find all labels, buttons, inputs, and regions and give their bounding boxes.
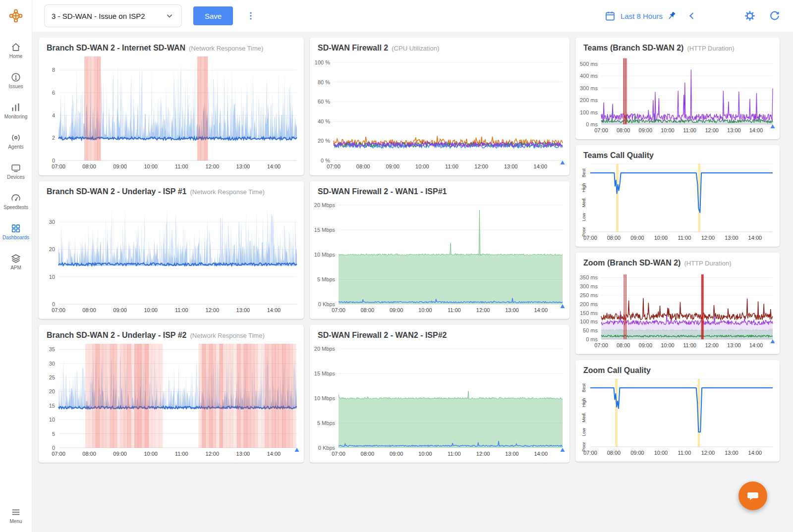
svg-text:13:00: 13:00 xyxy=(727,342,741,348)
svg-text:350 ms: 350 ms xyxy=(580,274,598,280)
chevron-left-icon xyxy=(686,10,698,22)
svg-text:14:00: 14:00 xyxy=(267,163,281,169)
chart-zoom-quality[interactable]: PoorLowMed.HighBest07:0008:0009:0010:001… xyxy=(575,375,780,459)
svg-text:09:00: 09:00 xyxy=(113,451,127,457)
sidebar-item-monitoring[interactable]: Monitoring xyxy=(0,102,32,119)
gear-icon xyxy=(743,9,756,22)
calendar-button[interactable] xyxy=(604,10,616,22)
chart-underlay-isp2[interactable]: 0510152025303507:0008:0009:0010:0011:001… xyxy=(39,340,304,460)
svg-text:14:00: 14:00 xyxy=(534,451,548,457)
sidebar-nav: Home Issues Monitoring Agents Devices Sp… xyxy=(0,42,32,270)
svg-text:13:00: 13:00 xyxy=(725,235,738,241)
dashboard-grid: Branch SD-WAN 2 - Internet SD-WAN(Networ… xyxy=(32,32,793,532)
card-subtitle: (Network Response Time) xyxy=(189,45,263,52)
sidebar-item-dashboards[interactable]: Dashboards xyxy=(0,223,32,240)
svg-text:12:00: 12:00 xyxy=(701,235,715,241)
svg-text:10:00: 10:00 xyxy=(144,307,158,313)
pin-icon xyxy=(666,10,677,21)
logo-icon xyxy=(8,8,23,23)
svg-text:07:00: 07:00 xyxy=(327,163,340,169)
chart-underlay-isp1[interactable]: 010203007:0008:0009:0010:0011:0012:0013:… xyxy=(39,196,304,316)
svg-text:13:00: 13:00 xyxy=(505,451,519,457)
card-title: SD-WAN Firewall 2 xyxy=(318,44,388,53)
svg-text:08:00: 08:00 xyxy=(82,307,96,313)
sidebar-item-menu[interactable]: Menu xyxy=(0,507,32,524)
svg-text:20 Mbps: 20 Mbps xyxy=(314,202,336,208)
svg-text:07:00: 07:00 xyxy=(583,450,597,456)
svg-text:14:00: 14:00 xyxy=(748,235,762,241)
svg-text:11:00: 11:00 xyxy=(683,127,696,133)
svg-text:Low: Low xyxy=(581,213,586,221)
chart-zoom-http[interactable]: 0 ms50 ms100 ms150 ms200 ms250 ms300 ms3… xyxy=(575,267,780,351)
chart-teams-http[interactable]: 0 ms100 ms200 ms300 ms400 ms500 ms07:000… xyxy=(575,53,780,136)
sidebar-item-agents[interactable]: Agents xyxy=(0,132,32,150)
card-title: Branch SD-WAN 2 - Internet SD-WAN xyxy=(47,44,185,53)
svg-text:150 ms: 150 ms xyxy=(580,310,598,316)
save-button[interactable]: Save xyxy=(193,6,233,25)
topbar: 3 - SD-WAN - Issue on ISP2 Save Last 8 H… xyxy=(32,0,793,32)
svg-text:14:00: 14:00 xyxy=(748,450,762,456)
chat-fab-button[interactable] xyxy=(738,481,767,510)
sidebar-item-devices[interactable]: Devices xyxy=(0,162,32,180)
card-subtitle: (Network Response Time) xyxy=(190,332,264,339)
refresh-icon xyxy=(768,9,781,22)
svg-text:07:00: 07:00 xyxy=(52,163,65,169)
svg-text:Best: Best xyxy=(581,168,586,177)
sidebar-item-label: Agents xyxy=(8,145,23,150)
pin-button[interactable] xyxy=(666,10,677,21)
svg-text:300 ms: 300 ms xyxy=(580,85,598,91)
svg-text:13:00: 13:00 xyxy=(236,163,250,169)
svg-text:11:00: 11:00 xyxy=(175,451,188,457)
svg-text:250 ms: 250 ms xyxy=(580,292,598,298)
svg-text:12:00: 12:00 xyxy=(206,307,220,313)
svg-text:07:00: 07:00 xyxy=(583,235,597,241)
app-logo[interactable] xyxy=(0,0,32,32)
chart-teams-quality[interactable]: PoorLowMed.HighBest07:0008:0009:0010:001… xyxy=(575,160,780,244)
sidebar-item-apm[interactable]: APM xyxy=(0,253,32,270)
monitoring-icon xyxy=(10,102,21,113)
sidebar-item-label: Issues xyxy=(9,84,23,89)
settings-button[interactable] xyxy=(743,9,756,22)
sidebar-item-speedtests[interactable]: Speedtests xyxy=(0,193,32,210)
svg-text:15 Mbps: 15 Mbps xyxy=(314,371,336,376)
svg-text:5 Mbps: 5 Mbps xyxy=(317,276,336,282)
svg-text:15 Mbps: 15 Mbps xyxy=(314,227,336,233)
sidebar-item-label: Monitoring xyxy=(4,114,28,119)
svg-text:07:00: 07:00 xyxy=(52,307,65,313)
svg-text:10:00: 10:00 xyxy=(418,307,432,313)
svg-text:07:00: 07:00 xyxy=(594,127,608,133)
card-wan1-isp1: SD-WAN Firewall 2 - WAN1 - ISP#1 0 Kbps5… xyxy=(310,181,569,319)
dashboard-column-1: Branch SD-WAN 2 - Internet SD-WAN(Networ… xyxy=(39,38,304,532)
svg-text:30: 30 xyxy=(49,361,55,367)
svg-text:200 ms: 200 ms xyxy=(580,97,598,103)
svg-text:10:00: 10:00 xyxy=(415,163,429,169)
sidebar-item-label: Menu xyxy=(9,519,22,524)
refresh-button[interactable] xyxy=(768,9,781,22)
svg-text:30: 30 xyxy=(49,219,55,225)
chart-wan1[interactable]: 0 Kbps5 Mbps10 Mbps15 Mbps20 Mbps07:0008… xyxy=(310,196,569,316)
time-range-label[interactable]: Last 8 Hours xyxy=(621,12,663,20)
card-underlay-isp2: Branch SD-WAN 2 - Underlay - ISP #2(Netw… xyxy=(39,325,304,463)
svg-text:2: 2 xyxy=(52,135,55,141)
card-subtitle: (Network Response Time) xyxy=(190,188,264,196)
svg-text:09:00: 09:00 xyxy=(639,127,653,133)
svg-text:0 ms: 0 ms xyxy=(586,336,598,342)
chart-firewall-cpu[interactable]: 0 %20 %40 %60 %80 %100 %07:0008:0009:001… xyxy=(310,53,569,172)
svg-text:11:00: 11:00 xyxy=(175,307,188,313)
svg-text:09:00: 09:00 xyxy=(113,307,127,313)
svg-text:20: 20 xyxy=(49,246,55,252)
chart-wan2[interactable]: 0 Kbps5 Mbps10 Mbps15 Mbps20 Mbps07:0008… xyxy=(310,340,569,460)
dashboard-select[interactable]: 3 - SD-WAN - Issue on ISP2 xyxy=(44,4,182,27)
chart-internet-sdwan[interactable]: 0246807:0008:0009:0010:0011:0012:0013:00… xyxy=(39,53,304,172)
collapse-panel-button[interactable] xyxy=(686,10,698,22)
svg-text:12:00: 12:00 xyxy=(705,342,719,348)
svg-text:09:00: 09:00 xyxy=(630,235,644,241)
card-zoom-quality: Zoom Call Quality PoorLowMed.HighBest07:… xyxy=(575,360,780,462)
sidebar-item-issues[interactable]: Issues xyxy=(0,72,32,89)
card-title: Teams (Branch SD-WAN 2) xyxy=(583,44,683,53)
more-options-button[interactable] xyxy=(246,10,256,22)
svg-text:11:00: 11:00 xyxy=(445,163,458,169)
svg-text:5: 5 xyxy=(52,431,55,437)
sidebar-item-home[interactable]: Home xyxy=(0,42,32,59)
svg-text:13:00: 13:00 xyxy=(727,127,741,133)
